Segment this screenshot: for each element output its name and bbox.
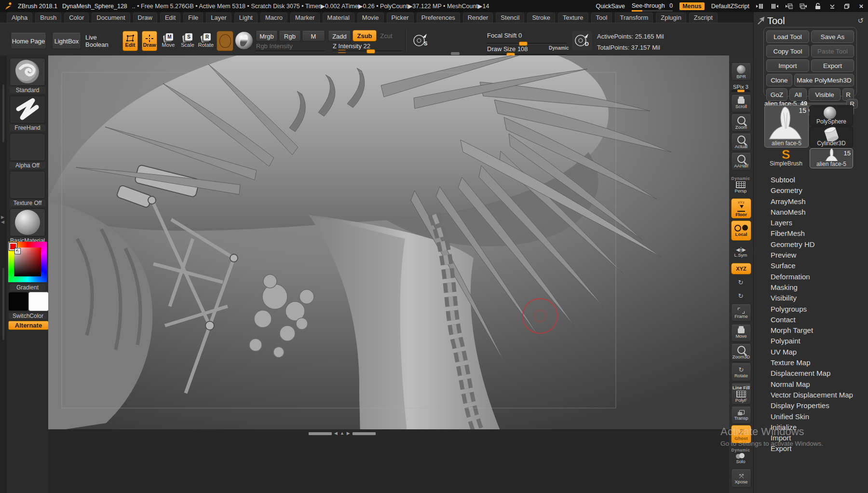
- tool-menu-item[interactable]: Display Properties: [754, 400, 868, 411]
- tool-menu-item[interactable]: Deformation: [754, 272, 868, 282]
- draw-mode-button[interactable]: Draw: [142, 31, 157, 51]
- export-button[interactable]: Export: [811, 59, 854, 72]
- transp-button[interactable]: Transp: [731, 407, 751, 424]
- menubar-item[interactable]: Zscript: [689, 13, 718, 23]
- persp-button[interactable]: Dynamic Persp: [731, 174, 750, 195]
- zoom-button[interactable]: Zoom: [731, 114, 751, 132]
- menus-toggle-button[interactable]: Menus: [679, 2, 705, 10]
- tool-menu-item[interactable]: NanoMesh: [754, 207, 868, 218]
- tool-menu-item[interactable]: Geometry HD: [754, 239, 868, 250]
- dynamic-mode-label[interactable]: Dynamic: [549, 45, 569, 51]
- tool-menu-item[interactable]: Surface: [754, 260, 868, 271]
- active-tool-thumb[interactable]: 15 alien face-5: [764, 105, 809, 148]
- solo-button[interactable]: Dynamic Solo: [731, 444, 750, 467]
- z-intensity-thumb[interactable]: [366, 49, 375, 54]
- polyframe-button[interactable]: Line Fill PolyF: [731, 383, 751, 405]
- nav-right-icon[interactable]: ▶: [347, 431, 350, 436]
- rotate-mode-button[interactable]: R Rotate: [198, 31, 214, 50]
- tool-menu-item[interactable]: Visibility: [754, 293, 868, 303]
- nav-up-icon[interactable]: ▲: [340, 431, 344, 436]
- expand-tray-icon[interactable]: [771, 2, 778, 10]
- scale-mode-button[interactable]: S Scale: [179, 31, 196, 50]
- rotate-3d-button[interactable]: ↻ Rotate: [731, 363, 751, 382]
- lock-icon[interactable]: [814, 2, 822, 10]
- local-button[interactable]: Local: [731, 220, 751, 241]
- rgb-intensity-track[interactable]: [256, 51, 326, 52]
- tool-menu-item[interactable]: Normal Map: [754, 379, 868, 390]
- stroke-preview-swatch[interactable]: [217, 31, 233, 51]
- menubar-item[interactable]: Picker: [387, 13, 414, 23]
- document-canvas[interactable]: ◀ ▲ ▶: [48, 55, 729, 493]
- bpr-button[interactable]: BPR: [731, 63, 751, 81]
- menubar-item[interactable]: Document: [92, 13, 130, 23]
- quicksave-button[interactable]: QuickSave: [596, 3, 625, 10]
- menubar-item[interactable]: Brush: [35, 13, 61, 23]
- aahalf-button[interactable]: AAHalf: [731, 153, 751, 170]
- menubar-item[interactable]: Stencil: [496, 13, 524, 23]
- dynamic-size-toggle-icon[interactable]: D: [572, 31, 592, 50]
- scroll-button[interactable]: Scroll: [731, 95, 751, 112]
- simplebrush-thumb[interactable]: S SimpleBrush: [764, 148, 808, 167]
- current-stroke-thumb[interactable]: FreeHand: [10, 96, 45, 131]
- minimize-icon[interactable]: [828, 2, 836, 10]
- ghost-button[interactable]: Z Ghost: [731, 425, 751, 443]
- menubar-item[interactable]: Color: [64, 13, 89, 23]
- restore-icon[interactable]: [843, 2, 851, 10]
- seethrough-slider[interactable]: See-through 0: [632, 2, 673, 10]
- tool-menu-item[interactable]: Polygroups: [754, 304, 868, 315]
- tool-menu-item[interactable]: Geometry: [754, 185, 868, 196]
- canvas-nav-widget[interactable]: ◀ ▲ ▶: [309, 431, 376, 436]
- load-tool-button[interactable]: Load Tool: [766, 30, 809, 43]
- nav-bar-left[interactable]: [309, 432, 332, 435]
- home-page-button[interactable]: Home Page: [11, 33, 46, 49]
- menubar-item[interactable]: Zplugin: [656, 13, 686, 23]
- color-picker[interactable]: [8, 242, 47, 282]
- menubar-item[interactable]: Marker: [290, 13, 319, 23]
- polysphere-thumb[interactable]: PolySphere: [810, 105, 853, 126]
- switch-color-button[interactable]: SwitchColor: [9, 313, 47, 319]
- shrink-tray-icon[interactable]: [756, 2, 764, 10]
- gradient-label[interactable]: Gradient: [10, 284, 45, 291]
- zsub-button[interactable]: Zsub: [353, 30, 377, 41]
- mrgb-button[interactable]: Mrgb: [256, 31, 278, 41]
- actual-button[interactable]: Actual: [731, 134, 751, 151]
- m-button[interactable]: M: [302, 31, 325, 41]
- nav-left-icon[interactable]: ◀: [334, 431, 338, 436]
- menubar-item[interactable]: File: [183, 13, 203, 23]
- move-3d-button[interactable]: Move: [731, 325, 751, 342]
- save-as-button[interactable]: Save As: [811, 30, 854, 43]
- clone-button[interactable]: Clone: [766, 74, 792, 86]
- floor-button[interactable]: xYz Floor: [731, 198, 751, 219]
- tool-menu-item[interactable]: FiberMesh: [754, 228, 868, 239]
- menubar-item[interactable]: Macro: [260, 13, 287, 23]
- menubar-item[interactable]: Preferences: [417, 13, 460, 23]
- paste-tool-button[interactable]: Paste Tool: [811, 45, 854, 57]
- tool-menu-item[interactable]: Subtool: [754, 175, 868, 185]
- current-material-thumb[interactable]: BasicMaterial: [10, 208, 45, 244]
- main-color-swatch[interactable]: [8, 292, 28, 311]
- menubar-item[interactable]: Layer: [206, 13, 231, 23]
- tool-menu-item[interactable]: Contact: [754, 315, 868, 325]
- menubar-item[interactable]: Light: [234, 13, 258, 23]
- rotate-z-button[interactable]: ↻: [731, 290, 750, 301]
- zadd-button[interactable]: Zadd: [328, 31, 351, 41]
- store-config-icon[interactable]: [785, 2, 793, 10]
- edit-mode-button[interactable]: Edit: [122, 31, 138, 51]
- copy-tool-button[interactable]: Copy Tool: [766, 45, 809, 57]
- tool-menu-item[interactable]: ArrayMesh: [754, 196, 868, 207]
- load-config-icon[interactable]: [800, 2, 807, 10]
- spix-track[interactable]: [732, 90, 750, 92]
- shelf-scroll-thumb[interactable]: [451, 52, 460, 55]
- tool-menu-item[interactable]: Import: [754, 433, 868, 443]
- menubar-item[interactable]: Transform: [615, 13, 653, 23]
- tool-menu-item[interactable]: Preview: [754, 250, 868, 260]
- menubar-item[interactable]: Render: [463, 13, 493, 23]
- menubar-item[interactable]: Edit: [160, 13, 180, 23]
- menubar-item[interactable]: Movie: [357, 13, 384, 23]
- menubar-item[interactable]: Tool: [591, 13, 612, 23]
- picker-arrow-icon[interactable]: [757, 16, 766, 26]
- brush-size-toggle-icon[interactable]: S: [411, 31, 430, 50]
- rotate-y-button[interactable]: ↻: [731, 276, 750, 288]
- close-icon[interactable]: ×: [857, 2, 865, 10]
- tool-menu-item[interactable]: UV Map: [754, 347, 868, 357]
